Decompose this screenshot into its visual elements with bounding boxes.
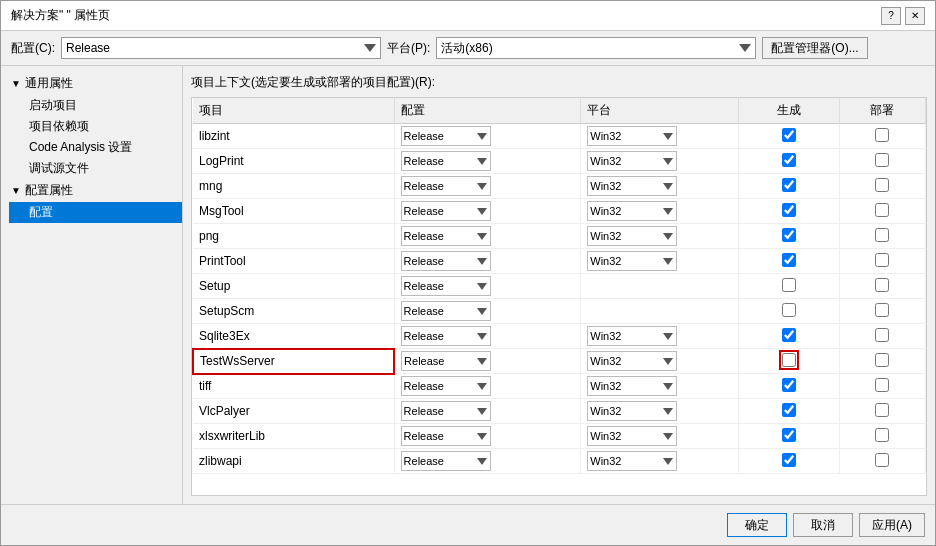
- build-checkbox[interactable]: [782, 128, 796, 142]
- build-checkbox[interactable]: [782, 453, 796, 467]
- build-checkbox[interactable]: [782, 178, 796, 192]
- close-button[interactable]: ✕: [905, 7, 925, 25]
- cell-project: Sqlite3Ex: [193, 324, 394, 349]
- deploy-checkbox[interactable]: [875, 128, 889, 142]
- panel-label: 项目上下文(选定要生成或部署的项目配置)(R):: [191, 74, 927, 91]
- build-checkbox[interactable]: [782, 403, 796, 417]
- cell-config: Release: [394, 274, 581, 299]
- deploy-checkbox[interactable]: [875, 153, 889, 167]
- sidebar-group-label-general: 通用属性: [25, 75, 73, 92]
- platform-dropdown[interactable]: Win32: [587, 151, 677, 171]
- cell-config: Release: [394, 124, 581, 149]
- platform-dropdown[interactable]: Win32: [587, 376, 677, 396]
- cell-project: MsgTool: [193, 199, 394, 224]
- config-dropdown[interactable]: Release: [401, 301, 491, 321]
- ok-button[interactable]: 确定: [727, 513, 787, 537]
- config-dropdown[interactable]: Release: [401, 176, 491, 196]
- cell-build: [739, 424, 840, 449]
- cell-project: LogPrint: [193, 149, 394, 174]
- build-checkbox[interactable]: [782, 253, 796, 267]
- sidebar-item-dependencies[interactable]: 项目依赖项: [9, 116, 182, 137]
- cell-deploy: [839, 224, 925, 249]
- sidebar-item-debugsource[interactable]: 调试源文件: [9, 158, 182, 179]
- cancel-button[interactable]: 取消: [793, 513, 853, 537]
- sidebar-item-codeanalysis[interactable]: Code Analysis 设置: [9, 137, 182, 158]
- build-checkbox[interactable]: [782, 353, 796, 367]
- config-dropdown[interactable]: Release: [401, 326, 491, 346]
- build-checkbox[interactable]: [782, 378, 796, 392]
- build-checkbox[interactable]: [782, 278, 796, 292]
- deploy-checkbox[interactable]: [875, 278, 889, 292]
- config-select[interactable]: Release: [61, 37, 381, 59]
- deploy-checkbox[interactable]: [875, 178, 889, 192]
- cell-deploy: [839, 374, 925, 399]
- config-dropdown[interactable]: Release: [401, 426, 491, 446]
- cell-project: mng: [193, 174, 394, 199]
- deploy-checkbox[interactable]: [875, 428, 889, 442]
- help-button[interactable]: ?: [881, 7, 901, 25]
- deploy-checkbox[interactable]: [875, 353, 889, 367]
- title-bar-controls: ? ✕: [881, 7, 925, 25]
- title-bar: 解决方案" " 属性页 ? ✕: [1, 1, 935, 31]
- sidebar-group-header-general[interactable]: ▼ 通用属性: [1, 72, 182, 95]
- table-row: tiffReleaseWin32: [193, 374, 926, 399]
- platform-dropdown[interactable]: Win32: [587, 251, 677, 271]
- table-row: mngReleaseWin32: [193, 174, 926, 199]
- cell-build: [739, 199, 840, 224]
- deploy-checkbox[interactable]: [875, 228, 889, 242]
- deploy-checkbox[interactable]: [875, 303, 889, 317]
- deploy-checkbox[interactable]: [875, 453, 889, 467]
- platform-dropdown[interactable]: Win32: [587, 401, 677, 421]
- deploy-checkbox[interactable]: [875, 378, 889, 392]
- platform-select[interactable]: 活动(x86): [436, 37, 756, 59]
- cell-platform: Win32: [581, 374, 739, 399]
- deploy-checkbox[interactable]: [875, 253, 889, 267]
- build-checkbox[interactable]: [782, 428, 796, 442]
- cell-build: [739, 299, 840, 324]
- platform-dropdown[interactable]: Win32: [587, 126, 677, 146]
- platform-dropdown[interactable]: Win32: [587, 201, 677, 221]
- platform-dropdown[interactable]: Win32: [587, 176, 677, 196]
- build-checkbox[interactable]: [782, 153, 796, 167]
- build-checkbox[interactable]: [782, 328, 796, 342]
- build-checkbox[interactable]: [782, 228, 796, 242]
- config-dropdown[interactable]: Release: [401, 276, 491, 296]
- deploy-checkbox[interactable]: [875, 328, 889, 342]
- build-checkbox[interactable]: [782, 303, 796, 317]
- platform-dropdown[interactable]: Win32: [587, 426, 677, 446]
- config-dropdown[interactable]: Release: [401, 226, 491, 246]
- table-row: PrintToolReleaseWin32: [193, 249, 926, 274]
- config-dropdown[interactable]: Release: [401, 201, 491, 221]
- deploy-checkbox[interactable]: [875, 403, 889, 417]
- sidebar-group-header-config[interactable]: ▼ 配置属性: [1, 179, 182, 202]
- cell-project: TestWsServer: [193, 349, 394, 374]
- sidebar-item-config[interactable]: 配置: [9, 202, 182, 223]
- cell-config: Release: [394, 374, 581, 399]
- config-label: 配置(C):: [11, 40, 55, 57]
- platform-dropdown[interactable]: Win32: [587, 226, 677, 246]
- cell-config: Release: [394, 399, 581, 424]
- cell-build: [739, 324, 840, 349]
- config-dropdown[interactable]: Release: [401, 251, 491, 271]
- apply-button[interactable]: 应用(A): [859, 513, 925, 537]
- platform-dropdown[interactable]: Win32: [587, 451, 677, 471]
- platform-dropdown[interactable]: Win32: [587, 351, 677, 371]
- config-manager-button[interactable]: 配置管理器(O)...: [762, 37, 867, 59]
- config-dropdown[interactable]: Release: [401, 126, 491, 146]
- sidebar-group-label-config: 配置属性: [25, 182, 73, 199]
- build-checkbox[interactable]: [782, 203, 796, 217]
- deploy-checkbox[interactable]: [875, 203, 889, 217]
- cell-platform: Win32: [581, 149, 739, 174]
- config-dropdown[interactable]: Release: [401, 351, 491, 371]
- sidebar-group-config: ▼ 配置属性 配置: [1, 179, 182, 223]
- cell-deploy: [839, 174, 925, 199]
- config-dropdown[interactable]: Release: [401, 401, 491, 421]
- cell-platform: Win32: [581, 324, 739, 349]
- config-dropdown[interactable]: Release: [401, 376, 491, 396]
- cell-platform: Win32: [581, 224, 739, 249]
- sidebar-item-startup[interactable]: 启动项目: [9, 95, 182, 116]
- config-dropdown[interactable]: Release: [401, 451, 491, 471]
- config-dropdown[interactable]: Release: [401, 151, 491, 171]
- platform-dropdown[interactable]: Win32: [587, 326, 677, 346]
- dialog-title: 解决方案" " 属性页: [11, 7, 110, 24]
